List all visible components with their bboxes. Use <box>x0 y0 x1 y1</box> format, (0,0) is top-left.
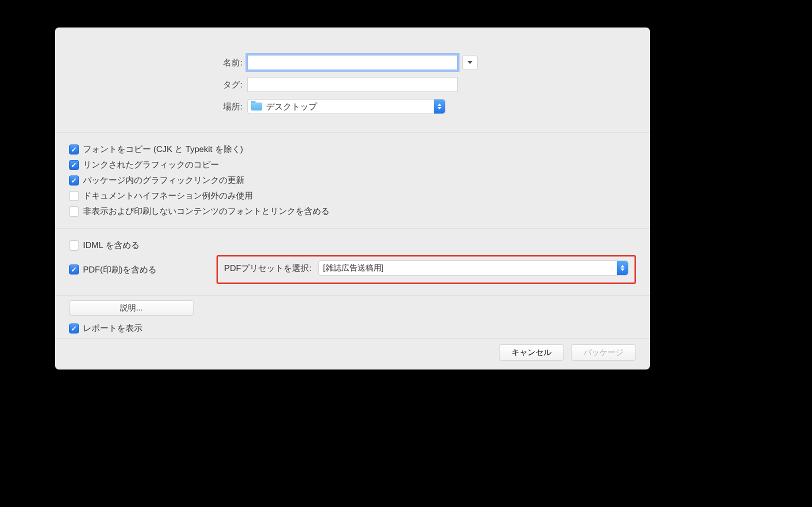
copy-graphics-label: リンクされたグラフィックのコピー <box>83 159 219 170</box>
select-stepper-icon <box>617 261 628 275</box>
instructions-button[interactable]: 説明... <box>69 300 194 316</box>
copy-graphics-checkbox[interactable]: ✓ <box>69 160 79 170</box>
update-links-label: パッケージ内のグラフィックリンクの更新 <box>83 174 244 186</box>
update-links-checkbox[interactable]: ✓ <box>69 176 79 186</box>
hyphenation-label: ドキュメントハイフネーション例外のみ使用 <box>83 190 253 202</box>
pdf-preset-highlight: PDFプリセットを選択: [雑誌広告送稿用] <box>216 255 636 284</box>
package-options-section: ✓ フォントをコピー (CJK と Typekit を除く) ✓ リンクされたグ… <box>55 132 650 228</box>
pdf-preset-label: PDFプリセットを選択: <box>224 262 312 274</box>
copy-fonts-checkbox[interactable]: ✓ <box>69 144 79 154</box>
tags-label: タグ: <box>55 79 248 90</box>
package-button[interactable]: パッケージ <box>571 344 636 360</box>
cancel-button[interactable]: キャンセル <box>499 344 564 360</box>
include-pdf-label: PDF(印刷)を含める <box>83 264 156 276</box>
pdf-preset-select[interactable]: [雑誌広告送稿用] <box>318 260 628 276</box>
instructions-button-label: 説明... <box>120 303 142 314</box>
package-dialog: 名前: タグ: 場所: デスクトップ ✓ フォントをコ <box>55 28 650 370</box>
hyphenation-checkbox[interactable] <box>69 191 79 201</box>
view-report-checkbox[interactable]: ✓ <box>69 324 79 334</box>
include-idml-checkbox[interactable] <box>69 240 79 250</box>
location-select[interactable]: デスクトップ <box>248 99 446 114</box>
location-label: 場所: <box>55 101 248 112</box>
view-report-label: レポートを表示 <box>83 322 142 334</box>
chevron-down-icon <box>468 61 472 64</box>
include-pdf-checkbox[interactable]: ✓ <box>69 264 79 274</box>
export-options-section: IDML を含める ✓ PDF(印刷)を含める PDFプリセットを選択: [雑誌… <box>55 228 650 295</box>
pdf-preset-value: [雑誌広告送稿用] <box>323 263 384 274</box>
footer-section: 説明... ✓ レポートを表示 <box>55 296 650 334</box>
tags-input[interactable] <box>248 77 458 92</box>
select-stepper-icon <box>434 100 445 114</box>
copy-fonts-label: フォントをコピー (CJK と Typekit を除く) <box>83 144 243 155</box>
include-idml-label: IDML を含める <box>83 240 140 251</box>
folder-icon <box>251 102 262 110</box>
hidden-content-label: 非表示および印刷しないコンテンツのフォントとリンクを含める <box>83 206 330 217</box>
location-value: デスクトップ <box>266 101 317 112</box>
name-label: 名前: <box>55 57 248 68</box>
save-location-section: 名前: タグ: 場所: デスクトップ <box>55 28 650 132</box>
dialog-actions: キャンセル パッケージ <box>55 338 650 360</box>
expand-save-button[interactable] <box>462 55 478 70</box>
name-input[interactable] <box>248 55 458 70</box>
hidden-content-checkbox[interactable] <box>69 206 79 216</box>
